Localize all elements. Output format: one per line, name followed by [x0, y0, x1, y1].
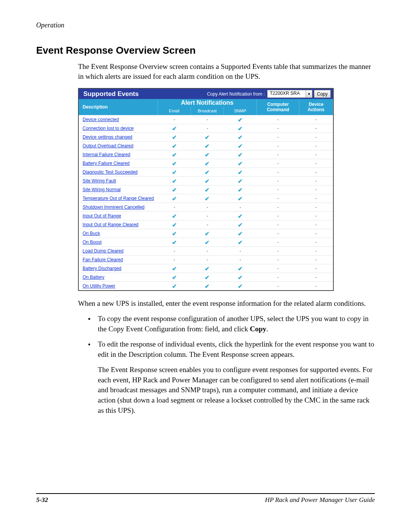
cell-email: - [158, 117, 191, 122]
check-icon: ✔ [205, 283, 210, 289]
check-icon: ✔ [172, 187, 177, 193]
cell-act: - [299, 161, 333, 166]
cell-act: - [299, 134, 333, 140]
cell-broadcast: - [191, 117, 224, 122]
event-link[interactable]: On Battery [83, 275, 104, 280]
event-description: Battery Failure Cleared [79, 161, 158, 166]
cell-email: ✔ [158, 222, 191, 228]
check-icon: ✔ [238, 231, 243, 236]
check-icon: ✔ [172, 275, 177, 280]
cell-act: - [299, 213, 333, 219]
cell-email: - [158, 204, 191, 210]
event-link[interactable]: Diagnostic Test Succeeded [83, 169, 138, 175]
event-description: Device settings changed [79, 134, 158, 140]
check-icon: ✔ [172, 196, 177, 201]
cell-act: - [299, 231, 333, 236]
copy-button[interactable]: Copy [314, 90, 331, 98]
table-row: On Boost✔✔✔-- [79, 238, 333, 246]
event-link[interactable]: Shutdown Imminent Cancelled [83, 204, 145, 210]
check-icon: ✔ [238, 178, 243, 184]
check-icon: ✔ [238, 134, 243, 140]
event-link[interactable]: Connection lost to device [83, 126, 134, 131]
event-link[interactable]: Temperature Out of Range Cleared [83, 196, 154, 201]
col-snmp: SNMP [224, 107, 256, 115]
cell-snmp: ✔ [224, 160, 257, 166]
cell-email: ✔ [158, 239, 191, 245]
event-link[interactable]: Load Dump Cleared [83, 248, 123, 254]
event-link[interactable]: Battery Discharged [83, 266, 121, 271]
event-link[interactable]: Internal Failure Cleared [83, 152, 130, 157]
cell-cmd: - [257, 275, 299, 280]
check-icon: ✔ [172, 152, 177, 158]
check-icon: ✔ [205, 169, 210, 175]
page-title: Event Response Overview Screen [36, 45, 375, 56]
event-link[interactable]: Fan Failure Cleared [83, 257, 123, 262]
cell-snmp: ✔ [224, 187, 257, 193]
cell-cmd: - [257, 231, 299, 236]
table-row: Device settings changed✔✔✔-- [79, 133, 333, 141]
event-description: Input Out of Range [79, 213, 158, 219]
event-link[interactable]: On Utility Power [83, 283, 115, 289]
cell-email: ✔ [158, 213, 191, 219]
table-row: Connection lost to device✔-✔-- [79, 124, 333, 133]
cell-cmd: - [257, 196, 299, 201]
check-icon: ✔ [172, 169, 177, 175]
event-description: Site Wiring Fault [79, 178, 158, 184]
cell-email: ✔ [158, 187, 191, 193]
table-row: Input Out of Range Cleared✔-✔-- [79, 220, 333, 229]
check-icon: ✔ [172, 266, 177, 272]
table-header: Description Alert Notifications Email Br… [79, 99, 333, 115]
cell-cmd: - [257, 283, 299, 289]
cell-broadcast: ✔ [191, 169, 224, 175]
table-row: On Utility Power✔✔✔-- [79, 281, 333, 290]
dropdown-value: T2200XR SRA [268, 90, 306, 97]
cell-cmd: - [257, 266, 299, 271]
cell-email: ✔ [158, 160, 191, 166]
cell-snmp: ✔ [224, 169, 257, 175]
table-row: Diagnostic Test Succeeded✔✔✔-- [79, 168, 333, 176]
cell-cmd: - [257, 222, 299, 227]
cell-snmp: ✔ [224, 117, 257, 123]
copy-from-dropdown[interactable]: T2200XR SRA ▼ [267, 90, 312, 98]
cell-email: ✔ [158, 265, 191, 272]
cell-broadcast: ✔ [191, 160, 224, 166]
event-link[interactable]: On Boost [83, 240, 102, 245]
event-description: Fan Failure Cleared [79, 257, 158, 262]
cell-cmd: - [257, 178, 299, 184]
cell-snmp: ✔ [224, 134, 257, 140]
event-link[interactable]: Input Out of Range [83, 213, 121, 219]
cell-broadcast: ✔ [191, 195, 224, 201]
check-icon: ✔ [205, 187, 210, 193]
event-link[interactable]: On Buck [83, 231, 100, 236]
table-row: Shutdown Imminent Cancelled----- [79, 203, 333, 211]
cell-snmp: ✔ [224, 239, 257, 245]
check-icon: ✔ [172, 231, 177, 236]
cell-broadcast: - [191, 213, 224, 219]
cell-snmp: ✔ [224, 274, 257, 280]
event-link[interactable]: Output Overload Cleared [83, 143, 133, 149]
check-icon: ✔ [238, 266, 243, 272]
event-link[interactable]: Input Out of Range Cleared [83, 222, 139, 227]
event-link[interactable]: Site Wiring Fault [83, 178, 116, 184]
event-link[interactable]: Site Wiring Normal [83, 187, 121, 192]
chevron-down-icon[interactable]: ▼ [306, 90, 312, 97]
cell-email: ✔ [158, 283, 191, 289]
cell-broadcast: ✔ [191, 152, 224, 158]
cell-broadcast: ✔ [191, 239, 224, 245]
cell-snmp: ✔ [224, 230, 257, 236]
check-icon: ✔ [238, 161, 243, 166]
cell-email: - [158, 248, 191, 254]
table-row: On Buck✔✔✔-- [79, 229, 333, 238]
event-link[interactable]: Battery Failure Cleared [83, 161, 129, 166]
event-link[interactable]: Device connected [83, 117, 119, 122]
cell-broadcast: ✔ [191, 187, 224, 193]
event-description: Site Wiring Normal [79, 187, 158, 192]
table-row: Site Wiring Normal✔✔✔-- [79, 185, 333, 194]
event-description: Load Dump Cleared [79, 248, 158, 254]
table-row: Internal Failure Cleared✔✔✔-- [79, 150, 333, 159]
cell-snmp: ✔ [224, 213, 257, 219]
cell-cmd: - [257, 204, 299, 210]
table-body: Device connected--✔--Connection lost to … [79, 115, 333, 290]
running-head: Operation [36, 21, 375, 29]
event-link[interactable]: Device settings changed [83, 134, 132, 140]
